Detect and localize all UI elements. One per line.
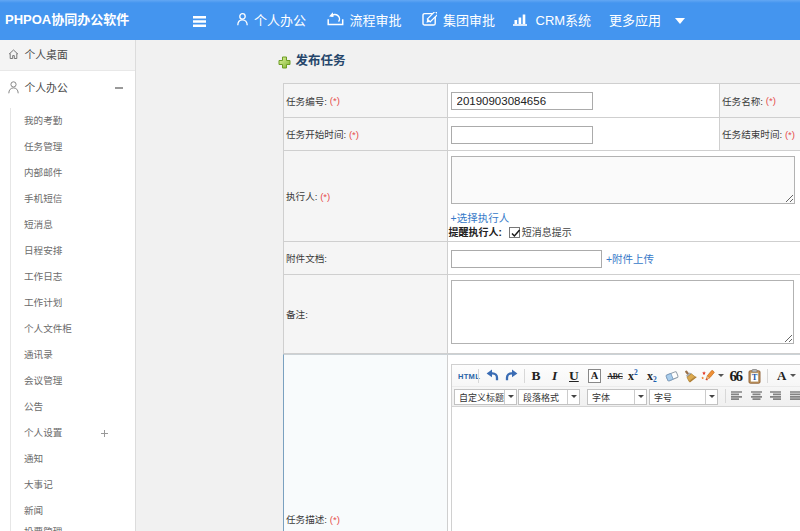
svg-text:T: T	[751, 372, 757, 382]
